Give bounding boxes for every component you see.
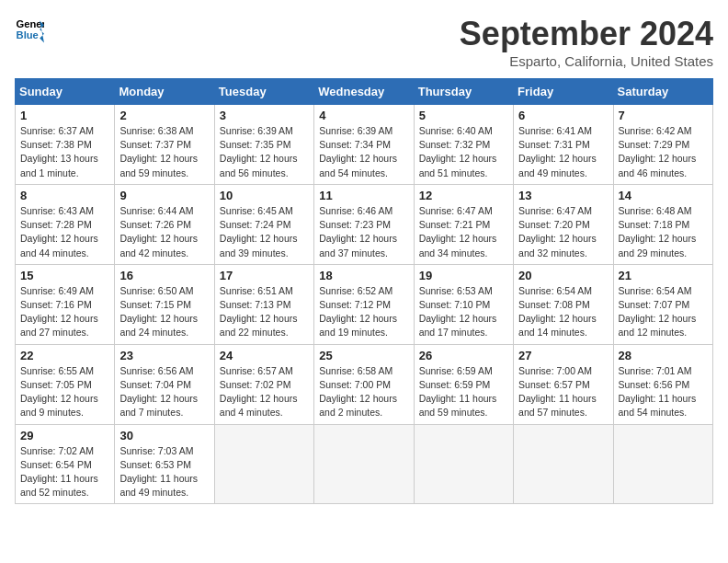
day-number: 19 [419, 269, 508, 282]
calendar-cell [613, 424, 712, 504]
day-info: Sunrise: 6:58 AMSunset: 7:00 PMDaylight:… [319, 364, 408, 420]
day-info: Sunrise: 6:40 AMSunset: 7:32 PMDaylight:… [419, 124, 508, 180]
day-info: Sunrise: 6:54 AMSunset: 7:07 PMDaylight:… [619, 284, 708, 340]
logo-icon: General Blue [15, 15, 44, 44]
calendar-cell: 17Sunrise: 6:51 AMSunset: 7:13 PMDayligh… [214, 264, 313, 344]
day-info: Sunrise: 6:42 AMSunset: 7:29 PMDaylight:… [619, 124, 708, 180]
day-number: 1 [20, 109, 109, 122]
calendar-cell: 18Sunrise: 6:52 AMSunset: 7:12 PMDayligh… [314, 264, 414, 344]
header-monday: Monday [115, 79, 214, 105]
day-number: 29 [20, 429, 109, 442]
calendar-cell: 29Sunrise: 7:02 AMSunset: 6:54 PMDayligh… [16, 424, 115, 504]
day-number: 9 [119, 189, 209, 202]
day-number: 16 [119, 269, 209, 282]
header-friday: Friday [514, 79, 613, 105]
calendar-cell: 28Sunrise: 7:01 AMSunset: 6:56 PMDayligh… [613, 344, 712, 424]
day-number: 28 [619, 349, 708, 362]
day-info: Sunrise: 6:59 AMSunset: 6:59 PMDaylight:… [419, 364, 508, 420]
day-info: Sunrise: 6:47 AMSunset: 7:21 PMDaylight:… [419, 204, 508, 260]
calendar-cell: 25Sunrise: 6:58 AMSunset: 7:00 PMDayligh… [314, 344, 414, 424]
day-number: 20 [518, 269, 608, 282]
calendar-cell [414, 424, 513, 504]
day-number: 4 [319, 109, 408, 122]
day-info: Sunrise: 6:44 AMSunset: 7:26 PMDaylight:… [119, 204, 209, 260]
main-title: September 2024 [460, 15, 713, 53]
svg-text:Blue: Blue [17, 29, 39, 40]
subtitle: Esparto, California, United States [460, 53, 713, 69]
logo: General Blue [15, 15, 44, 44]
day-number: 7 [619, 109, 708, 122]
day-number: 30 [119, 429, 209, 442]
day-number: 14 [619, 189, 708, 202]
day-number: 17 [220, 269, 309, 282]
day-number: 10 [220, 189, 309, 202]
calendar-cell: 13Sunrise: 6:47 AMSunset: 7:20 PMDayligh… [514, 184, 613, 264]
day-info: Sunrise: 7:03 AMSunset: 6:53 PMDaylight:… [119, 444, 209, 500]
day-number: 23 [119, 349, 209, 362]
calendar-week-1: 1Sunrise: 6:37 AMSunset: 7:38 PMDaylight… [16, 105, 713, 185]
day-number: 3 [220, 109, 309, 122]
calendar-cell: 4Sunrise: 6:39 AMSunset: 7:34 PMDaylight… [314, 105, 414, 185]
calendar-cell: 9Sunrise: 6:44 AMSunset: 7:26 PMDaylight… [115, 184, 214, 264]
day-info: Sunrise: 6:52 AMSunset: 7:12 PMDaylight:… [319, 284, 408, 340]
calendar-cell: 20Sunrise: 6:54 AMSunset: 7:08 PMDayligh… [514, 264, 613, 344]
calendar-cell: 8Sunrise: 6:43 AMSunset: 7:28 PMDaylight… [16, 184, 115, 264]
calendar-cell: 1Sunrise: 6:37 AMSunset: 7:38 PMDaylight… [16, 105, 115, 185]
calendar-cell: 15Sunrise: 6:49 AMSunset: 7:16 PMDayligh… [16, 264, 115, 344]
calendar-cell: 19Sunrise: 6:53 AMSunset: 7:10 PMDayligh… [414, 264, 513, 344]
day-info: Sunrise: 6:45 AMSunset: 7:24 PMDaylight:… [220, 204, 309, 260]
calendar-cell: 5Sunrise: 6:40 AMSunset: 7:32 PMDaylight… [414, 105, 513, 185]
calendar-week-5: 29Sunrise: 7:02 AMSunset: 6:54 PMDayligh… [16, 424, 713, 504]
day-info: Sunrise: 6:50 AMSunset: 7:15 PMDaylight:… [119, 284, 209, 340]
day-info: Sunrise: 7:01 AMSunset: 6:56 PMDaylight:… [619, 364, 708, 420]
calendar-week-3: 15Sunrise: 6:49 AMSunset: 7:16 PMDayligh… [16, 264, 713, 344]
day-info: Sunrise: 6:39 AMSunset: 7:34 PMDaylight:… [319, 124, 408, 180]
calendar-week-4: 22Sunrise: 6:55 AMSunset: 7:05 PMDayligh… [16, 344, 713, 424]
calendar-cell: 22Sunrise: 6:55 AMSunset: 7:05 PMDayligh… [16, 344, 115, 424]
calendar-cell: 26Sunrise: 6:59 AMSunset: 6:59 PMDayligh… [414, 344, 513, 424]
day-info: Sunrise: 6:55 AMSunset: 7:05 PMDaylight:… [20, 364, 109, 420]
day-number: 2 [119, 109, 209, 122]
day-info: Sunrise: 6:54 AMSunset: 7:08 PMDaylight:… [518, 284, 608, 340]
calendar-week-2: 8Sunrise: 6:43 AMSunset: 7:28 PMDaylight… [16, 184, 713, 264]
day-number: 25 [319, 349, 408, 362]
calendar-cell [314, 424, 414, 504]
day-number: 6 [518, 109, 608, 122]
svg-text:General: General [17, 18, 44, 29]
day-number: 27 [518, 349, 608, 362]
day-info: Sunrise: 6:46 AMSunset: 7:23 PMDaylight:… [319, 204, 408, 260]
title-block: September 2024 Esparto, California, Unit… [460, 15, 713, 69]
calendar-cell: 3Sunrise: 6:39 AMSunset: 7:35 PMDaylight… [214, 105, 313, 185]
calendar-cell: 23Sunrise: 6:56 AMSunset: 7:04 PMDayligh… [115, 344, 214, 424]
day-info: Sunrise: 6:49 AMSunset: 7:16 PMDaylight:… [20, 284, 109, 340]
calendar-cell: 2Sunrise: 6:38 AMSunset: 7:37 PMDaylight… [115, 105, 214, 185]
day-number: 18 [319, 269, 408, 282]
day-number: 24 [220, 349, 309, 362]
day-info: Sunrise: 6:41 AMSunset: 7:31 PMDaylight:… [518, 124, 608, 180]
day-info: Sunrise: 6:53 AMSunset: 7:10 PMDaylight:… [419, 284, 508, 340]
day-info: Sunrise: 6:37 AMSunset: 7:38 PMDaylight:… [20, 124, 109, 180]
calendar-cell [514, 424, 613, 504]
day-info: Sunrise: 6:56 AMSunset: 7:04 PMDaylight:… [119, 364, 209, 420]
day-info: Sunrise: 6:39 AMSunset: 7:35 PMDaylight:… [220, 124, 309, 180]
day-info: Sunrise: 6:38 AMSunset: 7:37 PMDaylight:… [119, 124, 209, 180]
calendar-cell: 12Sunrise: 6:47 AMSunset: 7:21 PMDayligh… [414, 184, 513, 264]
calendar-cell: 27Sunrise: 7:00 AMSunset: 6:57 PMDayligh… [514, 344, 613, 424]
day-info: Sunrise: 7:00 AMSunset: 6:57 PMDaylight:… [518, 364, 608, 420]
day-number: 15 [20, 269, 109, 282]
calendar-cell: 11Sunrise: 6:46 AMSunset: 7:23 PMDayligh… [314, 184, 414, 264]
header-thursday: Thursday [414, 79, 513, 105]
day-number: 8 [20, 189, 109, 202]
header-wednesday: Wednesday [314, 79, 414, 105]
calendar-cell [214, 424, 313, 504]
day-number: 26 [419, 349, 508, 362]
header-sunday: Sunday [16, 79, 115, 105]
calendar-cell: 10Sunrise: 6:45 AMSunset: 7:24 PMDayligh… [214, 184, 313, 264]
day-info: Sunrise: 6:43 AMSunset: 7:28 PMDaylight:… [20, 204, 109, 260]
calendar-cell: 6Sunrise: 6:41 AMSunset: 7:31 PMDaylight… [514, 105, 613, 185]
day-number: 22 [20, 349, 109, 362]
calendar-cell: 16Sunrise: 6:50 AMSunset: 7:15 PMDayligh… [115, 264, 214, 344]
header: General Blue September 2024 Esparto, Cal… [15, 15, 713, 69]
day-info: Sunrise: 6:48 AMSunset: 7:18 PMDaylight:… [619, 204, 708, 260]
day-number: 13 [518, 189, 608, 202]
